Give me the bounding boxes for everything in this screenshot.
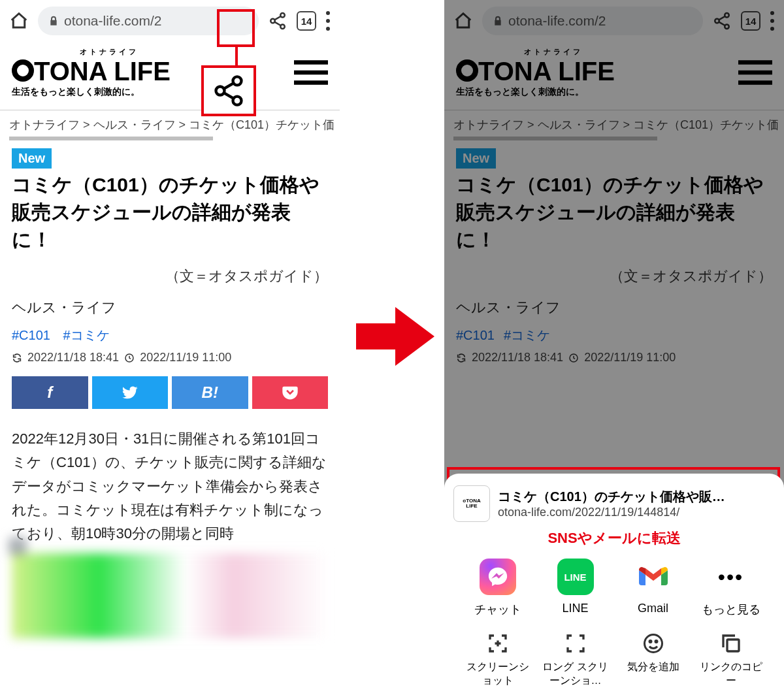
action-copy-link[interactable]: リンクのコピー bbox=[695, 632, 767, 688]
site-header: オトナライフ TONA LIFE 生活をもっと楽しく刺激的に。 bbox=[444, 44, 784, 110]
hamburger-menu-icon[interactable] bbox=[294, 59, 328, 86]
new-badge: New bbox=[12, 148, 52, 169]
share-icon[interactable] bbox=[712, 11, 732, 31]
share-target-more[interactable]: ••• もっと見る bbox=[695, 559, 767, 617]
headline: コミケ（C101）のチケット価格や販売スケジュールの詳細が発表に！ bbox=[12, 171, 328, 253]
share-twitter-button[interactable] bbox=[92, 376, 169, 409]
logo-furigana: オトナライフ bbox=[80, 47, 171, 57]
svg-point-4 bbox=[326, 19, 330, 23]
refresh-icon bbox=[456, 353, 466, 363]
share-target-chat[interactable]: チャット bbox=[462, 559, 534, 617]
share-facebook-button[interactable]: f bbox=[12, 376, 88, 409]
home-icon[interactable] bbox=[9, 11, 29, 31]
svg-point-8 bbox=[216, 87, 225, 95]
overflow-menu-icon[interactable] bbox=[325, 11, 331, 31]
home-icon[interactable] bbox=[453, 11, 473, 31]
ad-placeholder: ✕ bbox=[12, 553, 328, 638]
url-text: otona-life.com/2 bbox=[508, 13, 606, 29]
category-link[interactable]: ヘルス・ライフ bbox=[12, 298, 328, 317]
svg-point-11 bbox=[715, 19, 719, 24]
svg-point-7 bbox=[233, 76, 242, 85]
share-icon[interactable] bbox=[268, 11, 287, 31]
tag-link[interactable]: #C101 bbox=[12, 328, 50, 342]
tag-list: #C101 #コミケ bbox=[12, 327, 328, 344]
share-sheet: oTONALIFE コミケ（C101）のチケット価格や販… otona-life… bbox=[444, 474, 784, 697]
svg-point-9 bbox=[233, 97, 242, 105]
annotation-sns: SNSやメールに転送 bbox=[453, 528, 775, 548]
lock-icon bbox=[493, 16, 503, 26]
share-sheet-header: oTONALIFE コミケ（C101）のチケット価格や販… otona-life… bbox=[453, 485, 775, 522]
article-body: New コミケ（C101）のチケット価格や販売スケジュールの詳細が発表に！ （文… bbox=[0, 140, 340, 638]
action-label: リンクのコピー bbox=[695, 660, 767, 688]
share-action-row: スクリーンショット ロング スクリーンショ… 気分を追加 リンクのコピー bbox=[453, 626, 775, 690]
share-target-line[interactable]: LINE LINE bbox=[540, 559, 612, 617]
phone-right: otona-life.com/2 14 オトナライフ TONA LIFE 生活を… bbox=[444, 0, 784, 697]
timestamps: 2022/11/18 18:41 2022/11/19 11:00 bbox=[12, 351, 328, 365]
share-pocket-button[interactable] bbox=[252, 376, 329, 409]
breadcrumb[interactable]: オトナライフ > ヘルス・ライフ > コミケ（C101）チケット価 bbox=[0, 110, 340, 137]
byline: （文＝オタスポガイド） bbox=[12, 267, 328, 286]
messenger-icon bbox=[480, 559, 516, 595]
clock-icon bbox=[124, 353, 135, 363]
hamburger-menu-icon[interactable] bbox=[738, 59, 772, 86]
phone-left: otona-life.com/2 14 オトナライフ TONA LIFE 生活を… bbox=[0, 0, 340, 697]
logo-wordmark: TONA LIFE bbox=[12, 57, 171, 86]
callout-connector bbox=[235, 47, 238, 67]
arrow-icon bbox=[356, 307, 434, 366]
more-icon: ••• bbox=[713, 559, 749, 595]
site-logo[interactable]: オトナライフ TONA LIFE 生活をもっと楽しく刺激的に。 bbox=[12, 47, 171, 98]
svg-point-14 bbox=[770, 19, 774, 23]
svg-point-12 bbox=[725, 25, 729, 29]
share-hatena-button[interactable]: B! bbox=[172, 376, 248, 409]
svg-point-1 bbox=[270, 19, 275, 24]
breadcrumb[interactable]: オトナライフ > ヘルス・ライフ > コミケ（C101）チケット価 bbox=[444, 110, 784, 137]
svg-point-2 bbox=[280, 25, 285, 29]
tabs-icon[interactable]: 14 bbox=[741, 11, 760, 31]
tab-count: 14 bbox=[297, 11, 316, 31]
overflow-menu-icon[interactable] bbox=[770, 11, 775, 31]
line-icon: LINE bbox=[557, 559, 594, 595]
app-label: もっと見る bbox=[702, 602, 760, 617]
svg-point-17 bbox=[644, 635, 662, 653]
site-header: オトナライフ TONA LIFE 生活をもっと楽しく刺激的に。 bbox=[0, 44, 340, 110]
svg-point-15 bbox=[770, 27, 774, 31]
tag-link[interactable]: #コミケ bbox=[63, 328, 110, 342]
svg-point-5 bbox=[326, 27, 330, 31]
svg-point-10 bbox=[725, 13, 729, 18]
logo-tagline: 生活をもっと楽しく刺激的に。 bbox=[12, 86, 171, 98]
ad-close-button[interactable]: ✕ bbox=[9, 538, 26, 555]
share-thumbnail: oTONALIFE bbox=[453, 485, 490, 522]
callout-box-enlarged-share bbox=[201, 65, 256, 116]
article-body: New コミケ（C101）のチケット価格や販売スケジュールの詳細が発表に！ （文… bbox=[444, 140, 784, 365]
share-target-gmail[interactable]: Gmail bbox=[617, 559, 689, 617]
action-screenshot[interactable]: スクリーンショット bbox=[462, 632, 534, 688]
action-add-mood[interactable]: 気分を追加 bbox=[617, 632, 689, 688]
app-label: チャット bbox=[474, 602, 521, 617]
site-logo[interactable]: オトナライフ TONA LIFE 生活をもっと楽しく刺激的に。 bbox=[456, 47, 615, 98]
svg-point-3 bbox=[326, 11, 330, 15]
app-label: Gmail bbox=[638, 602, 668, 615]
clock-icon bbox=[568, 353, 579, 363]
browser-toolbar: otona-life.com/2 14 bbox=[0, 0, 340, 44]
social-share-row: f B! bbox=[12, 376, 328, 409]
action-label: ロング スクリーンショ… bbox=[540, 660, 612, 688]
tabs-icon[interactable]: 14 bbox=[297, 11, 316, 31]
share-app-row: チャット LINE LINE Gmail ••• もっと見る bbox=[453, 551, 775, 626]
svg-point-19 bbox=[655, 641, 657, 643]
action-long-screenshot[interactable]: ロング スクリーンショ… bbox=[540, 632, 612, 688]
copy-icon bbox=[719, 632, 743, 655]
share-icon bbox=[212, 74, 246, 108]
share-url: otona-life.com/2022/11/19/144814/ bbox=[498, 506, 725, 519]
action-label: スクリーンショット bbox=[462, 660, 534, 688]
url-bar[interactable]: otona-life.com/2 bbox=[482, 7, 703, 35]
app-label: LINE bbox=[562, 602, 588, 615]
share-title: コミケ（C101）のチケット価格や販… bbox=[498, 488, 725, 506]
published-time: 2022/11/19 11:00 bbox=[140, 351, 231, 365]
browser-toolbar: otona-life.com/2 14 bbox=[444, 0, 784, 44]
svg-rect-20 bbox=[727, 640, 739, 651]
action-label: 気分を追加 bbox=[627, 660, 679, 674]
long-screenshot-icon bbox=[564, 632, 587, 655]
gmail-icon bbox=[635, 559, 672, 595]
svg-point-13 bbox=[770, 11, 774, 15]
refresh-icon bbox=[12, 353, 22, 363]
